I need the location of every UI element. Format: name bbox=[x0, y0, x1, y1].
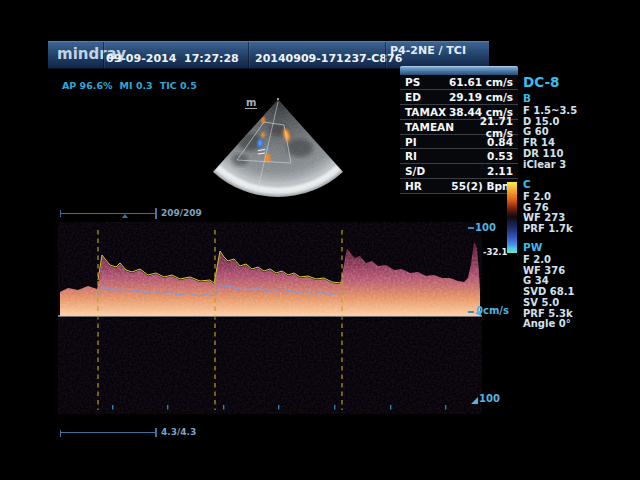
measurement-results-panel: PS61.61 cm/s ED29.19 cm/s TAMAX38.44 cm/… bbox=[400, 66, 518, 194]
result-label: PI bbox=[405, 136, 417, 148]
result-value: 29.19 cm/s bbox=[449, 91, 513, 103]
divider bbox=[248, 42, 249, 68]
param-item: iClear 3 bbox=[523, 160, 613, 171]
pw-mode-header: PW bbox=[523, 241, 613, 253]
ap-value: AP 96.6% bbox=[62, 80, 113, 91]
ultrasound-screen: mindray 09-09-2014 17:27:28 20140909-171… bbox=[0, 0, 640, 480]
system-model-label: DC-8 bbox=[523, 74, 559, 90]
velocity-scale-min: 100 bbox=[479, 393, 500, 404]
cine-position-pointer[interactable] bbox=[122, 214, 128, 218]
result-label: ED bbox=[405, 91, 421, 103]
result-row: ED29.19 cm/s bbox=[400, 90, 518, 105]
sidebar-section-c: C F 2.0 G 76 WF 273 PRF 1.7k bbox=[523, 178, 613, 235]
exam-id: 20140909-171237-C876 bbox=[255, 52, 402, 65]
result-label: RI bbox=[405, 150, 417, 162]
datetime: 09-09-2014 17:27:28 bbox=[106, 52, 239, 65]
cine-frame-counter: 209/209 bbox=[161, 208, 202, 218]
result-value: 0.53 bbox=[487, 150, 513, 162]
result-label: TAMAX bbox=[405, 106, 446, 118]
result-label: TAMEAN bbox=[405, 121, 454, 133]
result-label: PS bbox=[405, 76, 420, 88]
param-item: Angle 0° bbox=[523, 319, 613, 330]
acoustic-output-readout: AP 96.6%MI 0.3TIC 0.5 bbox=[62, 80, 204, 91]
sweep-end-tick bbox=[155, 428, 157, 437]
cine-progress-bar[interactable]: 209/209 bbox=[60, 208, 220, 222]
param-item: SV 5.0 bbox=[523, 298, 613, 309]
cine-track[interactable] bbox=[60, 213, 155, 214]
spectral-background-noise bbox=[58, 222, 482, 414]
result-row: TAMEAN21.71 cm/s bbox=[400, 120, 518, 135]
sweep-time-counter: 4.3/4.3 bbox=[161, 427, 196, 437]
param-item: PRF 1.7k bbox=[523, 224, 613, 235]
probe-mode-label: P4-2NE / TCI bbox=[390, 44, 466, 57]
bmode-sector-image bbox=[200, 90, 370, 215]
sidebar-section-pw: PW F 2.0 WF 376 G 34 SVD 68.1 SV 5.0 PRF… bbox=[523, 241, 613, 330]
result-label: S/D bbox=[405, 165, 425, 177]
result-value: 61.61 cm/s bbox=[449, 76, 513, 88]
result-row: RI0.53 bbox=[400, 149, 518, 164]
doppler-baseline bbox=[58, 315, 482, 316]
velocity-scale-baseline: 0cm/s bbox=[476, 305, 509, 316]
color-doppler-scale-bar bbox=[507, 182, 517, 253]
param-item: DR 110 bbox=[523, 149, 613, 160]
top-bar: mindray 09-09-2014 17:27:28 20140909-171… bbox=[48, 41, 489, 69]
cine-end-tick bbox=[155, 208, 157, 219]
mi-value: MI 0.3 bbox=[120, 80, 153, 91]
results-panel-titlebar[interactable] bbox=[400, 66, 518, 75]
velocity-scale-max: 100 bbox=[475, 222, 496, 233]
tic-value: TIC 0.5 bbox=[160, 80, 197, 91]
color-scale-min-label: -32.1 bbox=[483, 247, 505, 257]
result-row: HR55(2) Bpm bbox=[400, 179, 518, 194]
divider bbox=[385, 42, 386, 68]
scale-tick bbox=[468, 227, 474, 229]
pw-spectrum-display bbox=[58, 222, 482, 414]
scale-tick bbox=[468, 311, 474, 313]
color-mode-header: C bbox=[523, 178, 613, 190]
divider bbox=[103, 42, 104, 68]
result-row: S/D2.11 bbox=[400, 164, 518, 179]
sweep-start-tick bbox=[60, 430, 61, 437]
b-mode-header: B bbox=[523, 92, 613, 104]
result-value: 2.11 bbox=[487, 165, 513, 177]
result-value: 0.84 bbox=[487, 136, 513, 148]
result-value: 55(2) Bpm bbox=[451, 180, 513, 192]
sweep-time-bar[interactable]: 4.3/4.3 bbox=[60, 427, 220, 441]
cine-start-tick bbox=[60, 210, 61, 217]
sweep-track[interactable] bbox=[60, 432, 155, 433]
sidebar-section-b: B F 1.5~3.5 D 15.0 G 60 FR 14 DR 110 iCl… bbox=[523, 92, 613, 170]
result-label: HR bbox=[405, 180, 422, 192]
result-row: PS61.61 cm/s bbox=[400, 75, 518, 90]
